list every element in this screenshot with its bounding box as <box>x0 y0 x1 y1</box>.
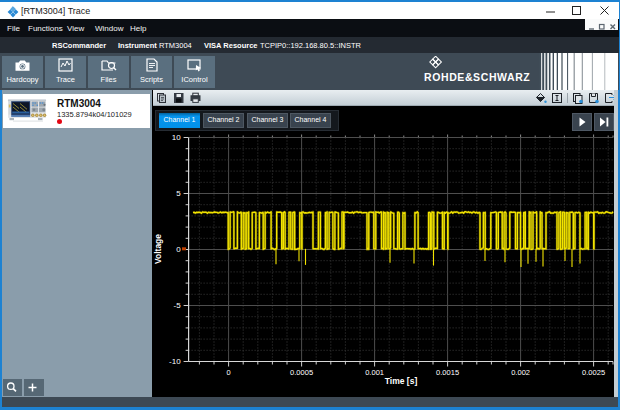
svg-text:10: 10 <box>172 133 181 142</box>
svg-text:5: 5 <box>176 189 181 198</box>
svg-text:-10: -10 <box>169 357 181 366</box>
svg-text:-5: -5 <box>173 301 181 310</box>
svg-text:0.0015: 0.0015 <box>436 368 459 377</box>
svg-text:0: 0 <box>176 245 181 254</box>
svg-text:0.0025: 0.0025 <box>582 368 605 377</box>
svg-text:0: 0 <box>227 368 231 377</box>
svg-text:0.002: 0.002 <box>511 368 530 377</box>
svg-text:0.001: 0.001 <box>365 368 384 377</box>
svg-text:Time [s]: Time [s] <box>385 376 418 386</box>
svg-text:0.0005: 0.0005 <box>290 368 313 377</box>
svg-text:Voltage: Voltage <box>153 234 163 264</box>
